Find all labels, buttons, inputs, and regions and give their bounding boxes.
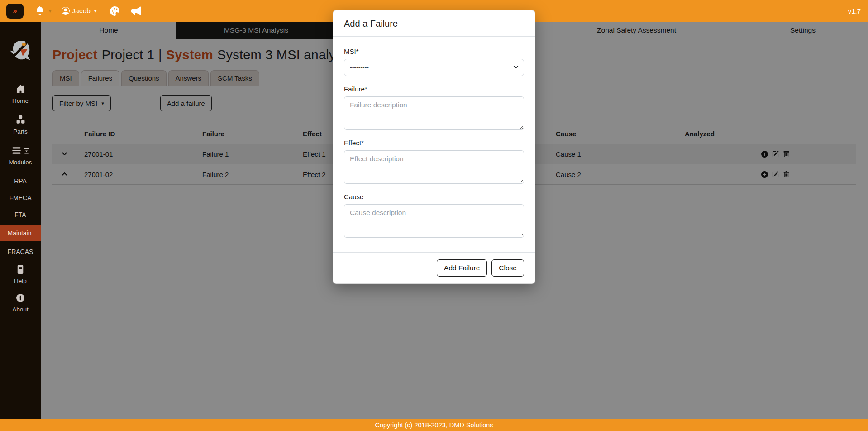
sidebar-item-modules[interactable]: Modules (0, 146, 41, 166)
sidebar-item-label: FTA (14, 211, 26, 218)
footer-bar: Copyright (c) 2018-2023, DMD Solutions (0, 419, 868, 431)
sidebar-item-rpa[interactable]: RPA (0, 177, 41, 185)
app-version: v1.7 (848, 7, 861, 15)
sidebar-item-fmeca[interactable]: FMECA (0, 194, 41, 201)
modal-footer: Add Failure Close (333, 252, 535, 283)
sidebar-item-fta[interactable]: FTA (0, 211, 41, 218)
parts-icon (16, 115, 25, 126)
failure-field: Failure* (344, 85, 524, 130)
sidebar-item-label: About (12, 306, 28, 313)
bell-icon (35, 6, 44, 15)
msi-label: MSI* (344, 48, 524, 55)
sidebar-item-label: Maintain. (8, 230, 33, 237)
sidebar-item-maintain-active[interactable]: Maintain. (0, 225, 41, 241)
sidebar: Home Parts Modules RPA FMECA FTA Maintai… (0, 22, 41, 419)
cause-label: Cause (344, 193, 524, 201)
msi-field: MSI* --------- (344, 48, 524, 76)
app-logo-bird-icon[interactable] (8, 38, 33, 65)
megaphone-icon[interactable] (131, 6, 141, 16)
sidebar-item-label: Home (12, 97, 29, 104)
user-menu[interactable]: Jacob ▾ (62, 7, 97, 15)
sidebar-collapse-button[interactable]: » (6, 4, 24, 19)
modules-icon (12, 146, 21, 157)
sidebar-item-parts[interactable]: Parts (0, 115, 41, 135)
sidebar-item-label: Parts (13, 128, 28, 135)
sidebar-item-label: RPA (14, 177, 27, 185)
caret-down-icon: ▾ (49, 9, 52, 14)
caret-down-icon: ▾ (94, 9, 97, 14)
palette-icon[interactable] (110, 6, 119, 16)
sidebar-item-fracas[interactable]: FRACAS (0, 248, 41, 255)
help-book-icon (16, 265, 25, 276)
home-icon (16, 84, 25, 96)
user-name: Jacob (72, 7, 91, 15)
copyright-text: Copyright (c) 2018-2023, DMD Solutions (375, 421, 493, 429)
msi-select[interactable]: --------- (344, 59, 524, 76)
sidebar-item-label: FMECA (10, 194, 32, 201)
sidebar-item-help[interactable]: Help (0, 265, 41, 284)
sidebar-item-about[interactable]: About (0, 293, 41, 313)
sidebar-item-home[interactable]: Home (0, 84, 41, 104)
notifications-menu[interactable]: ▾ (35, 6, 52, 15)
sidebar-item-label: FRACAS (8, 248, 33, 255)
modal-body: MSI* --------- Failure* Effect* Cause (333, 37, 535, 252)
cause-field: Cause (344, 193, 524, 238)
person-icon (62, 7, 70, 15)
failure-label: Failure* (344, 85, 524, 93)
double-chevron-icon: » (13, 6, 17, 15)
add-failure-submit-button[interactable]: Add Failure (437, 259, 487, 277)
modules-dropdown-icon[interactable] (24, 148, 29, 156)
effect-label: Effect* (344, 139, 524, 147)
failure-description-textarea[interactable] (344, 96, 524, 130)
cause-description-textarea[interactable] (344, 204, 524, 238)
add-failure-modal: Add a Failure MSI* --------- Failure* Ef… (333, 10, 535, 284)
effect-description-textarea[interactable] (344, 150, 524, 184)
close-button[interactable]: Close (491, 259, 524, 277)
about-info-icon (16, 293, 25, 304)
sidebar-item-label: Help (14, 278, 27, 284)
modal-title: Add a Failure (333, 10, 535, 37)
sidebar-item-label: Modules (9, 159, 32, 166)
effect-field: Effect* (344, 139, 524, 184)
